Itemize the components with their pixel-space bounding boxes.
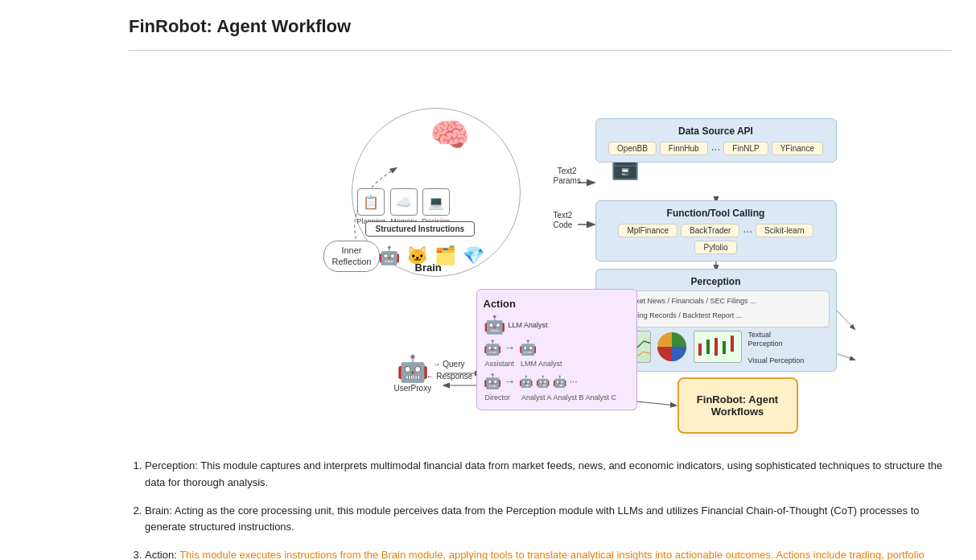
data-source-box: Data Source API OpenBB FinnHub ··· FinNL…	[595, 118, 837, 163]
user-proxy-label: UserProxy	[394, 384, 432, 393]
analyst-a-icon: 🤖	[519, 375, 533, 388]
svg-rect-13	[714, 338, 718, 356]
brain-term: Brain	[145, 504, 169, 517]
text2-params-label: Text2 Params	[554, 167, 581, 186]
assistant-robot-icon: 🤖	[484, 339, 501, 356]
perception-term: Perception	[145, 459, 195, 471]
memory-icon: ☁️	[390, 188, 418, 216]
assistant-lmm-labels: Assistant LMM Analyst	[485, 360, 630, 368]
analyst-b-label: Analyst B	[554, 393, 584, 401]
svg-rect-14	[723, 341, 726, 354]
analyst-b-icon: 🤖	[536, 375, 550, 388]
visual-perception-label: Visual Perception	[748, 356, 805, 364]
svg-rect-12	[706, 340, 710, 354]
svg-rect-15	[731, 336, 734, 352]
text2-code-label: Text2 Code	[554, 211, 573, 230]
function-tool-box: Function/Tool Calling MplFinance BackTra…	[595, 200, 837, 261]
assistant-label: Assistant	[485, 360, 515, 368]
response-label: ← Response	[426, 372, 473, 381]
llm-analyst-label: LLM Analyst	[509, 321, 548, 329]
descriptions-section: Perception: This module captures and int…	[129, 458, 952, 560]
analyst-a-label: Analyst A	[521, 393, 552, 401]
yfinance-btn: YFinance	[772, 142, 823, 155]
dots3: ···	[570, 376, 578, 387]
brain-label: Brain	[415, 261, 442, 274]
lmm-robot-icon: 🤖	[519, 339, 537, 356]
svg-line-9	[835, 353, 855, 360]
action-desc-orange: This module executes instructions from t…	[145, 549, 925, 560]
decision-item: 💻 Decision	[422, 188, 451, 225]
function-tool-title: Function/Tool Calling	[603, 208, 830, 219]
planning-memory-decision-row: 📋 Planning ☁️ Memory 💻 Decision	[357, 188, 451, 225]
svg-line-8	[835, 309, 855, 329]
perception-desc-blue: This module captures and interprets mult…	[200, 459, 721, 471]
director-label: Director	[485, 393, 511, 401]
structured-instructions-box: Structured Instructions	[365, 221, 476, 237]
director-analysts-labels: Director Analyst A Analyst B Analyst C	[485, 393, 630, 401]
svg-rect-11	[698, 344, 702, 356]
user-proxy-robot-icon: 🤖	[397, 353, 429, 384]
llm-analyst-row: 🤖 LLM Analyst	[484, 315, 630, 336]
title-divider	[129, 50, 952, 51]
textual-perception-label: Textual Perception	[748, 331, 805, 348]
brain-icon: 🧠	[430, 116, 470, 154]
memory-item: ☁️ Memory	[390, 188, 418, 225]
desc-brain: Brain: Acting as the core processing uni…	[145, 503, 952, 537]
finnlp-btn: FinNLP	[723, 142, 768, 155]
perception-title: Perception	[603, 276, 830, 287]
pyfolio-btn: Pyfolio	[694, 241, 736, 254]
finrobot-label: FinRobot: Agent Workflows	[697, 393, 778, 418]
function-tool-buttons: MplFinance BackTrader ··· Scikit-learn P…	[603, 224, 830, 254]
query-label: → Query	[433, 360, 465, 369]
openbb-btn: OpenBB	[608, 142, 657, 155]
action-box: Action 🤖 LLM Analyst 🤖 → 🤖 Assistant LMM…	[476, 289, 637, 410]
llm-robot-icon: 🤖	[484, 315, 505, 336]
candlestick-chart	[694, 331, 742, 363]
svg-line-4	[637, 401, 676, 406]
action-arrow1: →	[504, 341, 516, 354]
dots1: ···	[711, 142, 721, 155]
perception-line1: 📄 Market News / Financials / SEC Filings…	[608, 294, 824, 309]
data-source-title: Data Source API	[603, 126, 830, 137]
analyst-c-label: Analyst C	[586, 393, 617, 401]
backtrader-btn: BackTrader	[681, 224, 739, 237]
planning-item: 📋 Planning	[357, 188, 385, 225]
director-robot-icon: 🤖	[484, 373, 501, 390]
desc-action: Action: This module executes instruction…	[145, 547, 952, 560]
structured-instructions-label: Structured Instructions	[376, 224, 465, 233]
gem-icon: 💎	[463, 245, 484, 266]
workflow-diagram: 🧠 📋 Planning ☁️ Memory 💻 Decision Struct…	[195, 64, 887, 442]
pie-chart	[654, 331, 690, 363]
director-analysts-row: 🤖 → 🤖 🤖 🤖 ···	[484, 373, 630, 390]
inner-reflection-box: InnerReflection	[323, 241, 381, 272]
desc-perception: Perception: This module captures and int…	[145, 458, 952, 492]
lmm-label: LMM Analyst	[521, 360, 562, 368]
perception-labels: Textual Perception Visual Perception	[748, 331, 805, 364]
action-term: Action	[145, 549, 174, 560]
finrobot-workflows-box: FinRobot: Agent Workflows	[677, 377, 798, 434]
decision-icon: 💻	[422, 188, 450, 216]
dots2: ···	[743, 224, 752, 237]
analyst-c-icon: 🤖	[553, 375, 566, 388]
chatgpt-icon: 🤖	[378, 245, 400, 266]
perception-line2: 📊 Trading Records / Backtest Report ...	[608, 309, 824, 323]
description-list: Perception: This module captures and int…	[129, 458, 952, 560]
page-title: FinRobot: Agent Workflow	[129, 16, 952, 37]
inner-reflection-label: InnerReflection	[332, 245, 372, 266]
action-arrow2: →	[504, 375, 516, 388]
planning-icon: 📋	[357, 188, 385, 216]
scikitlearn-btn: Scikit-learn	[756, 224, 813, 237]
action-title: Action	[484, 298, 630, 310]
finnhub-btn: FinnHub	[660, 142, 708, 155]
mplfinance-btn: MplFinance	[618, 224, 677, 237]
data-source-buttons: OpenBB FinnHub ··· FinNLP YFinance	[603, 142, 830, 155]
assistant-lmm-row: 🤖 → 🤖	[484, 339, 630, 356]
